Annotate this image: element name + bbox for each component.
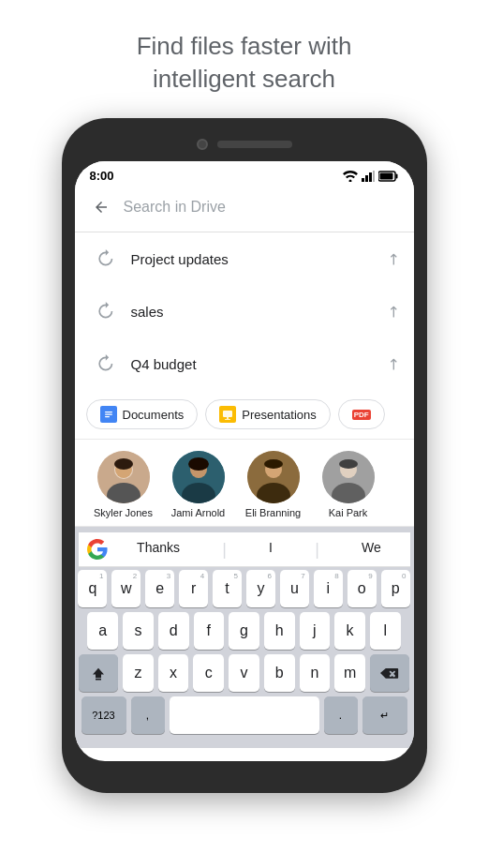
avatar-skyler	[97, 451, 150, 503]
svg-rect-3	[369, 172, 372, 182]
key-x[interactable]: x	[158, 654, 189, 692]
svg-point-32	[339, 459, 358, 469]
phone-top-bar	[75, 131, 414, 157]
page-header: Find files faster with intelligent searc…	[0, 0, 488, 118]
chip-pdf[interactable]: PDF	[338, 399, 385, 429]
svg-rect-13	[223, 411, 232, 417]
symbols-key[interactable]: ?123	[81, 696, 126, 734]
svg-rect-14	[227, 417, 229, 419]
keyboard: Thanks | I | We 1q 2w 3e 4r 5t 6y 7u	[75, 527, 414, 748]
person-name-kai: Kai Park	[329, 507, 368, 518]
phone-screen: 8:00	[75, 161, 414, 761]
svg-rect-2	[365, 175, 368, 182]
key-u[interactable]: 7u	[280, 570, 309, 607]
svg-point-28	[264, 459, 283, 469]
keyboard-row-1: 1q 2w 3e 4r 5t 6y 7u 8i 9o 0p	[79, 570, 410, 607]
svg-rect-1	[362, 178, 364, 182]
key-q[interactable]: 1q	[78, 570, 107, 607]
key-a[interactable]: a	[87, 612, 118, 650]
key-e[interactable]: 3e	[145, 570, 174, 607]
comma-key[interactable]: ,	[131, 696, 165, 734]
history-icon-1	[90, 244, 120, 274]
chip-presentations[interactable]: Presentations	[205, 399, 331, 429]
key-r[interactable]: 4r	[179, 570, 208, 607]
search-bar[interactable]: Search in Drive	[75, 187, 414, 232]
status-icons	[343, 171, 399, 182]
status-time: 8:00	[90, 169, 114, 183]
key-m[interactable]: m	[334, 654, 365, 692]
key-y[interactable]: 6y	[246, 570, 275, 607]
person-name-skyler: Skyler Jones	[94, 507, 153, 518]
key-i[interactable]: 8i	[314, 570, 343, 607]
key-z[interactable]: z	[123, 654, 154, 692]
suggestion-project-updates[interactable]: Project updates ↗	[75, 232, 414, 285]
keyboard-suggestion-2[interactable]: I	[269, 540, 273, 560]
chip-presentations-label: Presentations	[242, 408, 317, 422]
key-c[interactable]: c	[193, 654, 224, 692]
avatar-eli	[247, 451, 300, 503]
keyboard-suggestion-3[interactable]: We	[362, 540, 381, 560]
return-key[interactable]: ↵	[362, 696, 407, 734]
header-line1: Find files faster with	[137, 32, 352, 60]
docs-icon	[100, 406, 117, 423]
keyboard-row-2: a s d f g h j k l	[79, 612, 410, 650]
key-f[interactable]: f	[194, 612, 225, 650]
suggestion-text-3: Q4 budget	[131, 356, 387, 372]
space-key[interactable]	[170, 696, 319, 734]
google-logo	[86, 538, 109, 561]
phone-mockup: 8:00	[0, 118, 488, 793]
header-line2: intelligent search	[153, 65, 335, 93]
back-button[interactable]	[86, 192, 116, 222]
key-b[interactable]: b	[264, 654, 295, 692]
signal-icon	[362, 171, 375, 182]
svg-point-20	[114, 458, 133, 470]
suggestion-sales[interactable]: sales ↗	[75, 285, 414, 337]
key-v[interactable]: v	[229, 654, 259, 692]
key-w[interactable]: 2w	[111, 570, 140, 607]
key-n[interactable]: n	[300, 654, 331, 692]
keyboard-suggestion-1[interactable]: Thanks	[137, 540, 180, 560]
suggestion-text-2: sales	[131, 304, 387, 320]
svg-rect-33	[96, 679, 101, 681]
svg-rect-10	[105, 414, 112, 415]
svg-rect-6	[395, 173, 397, 178]
chip-documents[interactable]: Documents	[86, 399, 199, 429]
suggestion-q4-budget[interactable]: Q4 budget ↗	[75, 337, 414, 390]
key-g[interactable]: g	[229, 612, 259, 650]
key-h[interactable]: h	[264, 612, 295, 650]
history-icon-2	[90, 296, 120, 326]
key-d[interactable]: d	[158, 612, 189, 650]
search-input[interactable]: Search in Drive	[116, 199, 403, 216]
phone-body: 8:00	[62, 118, 427, 793]
period-key[interactable]: .	[324, 696, 358, 734]
search-suggestions: Project updates ↗ sales ↗	[75, 232, 414, 390]
person-name-eli: Eli Branning	[245, 507, 301, 518]
delete-key[interactable]	[370, 654, 410, 692]
svg-rect-4	[373, 171, 375, 182]
keyboard-row-4: ?123 , . ↵	[79, 696, 410, 734]
chip-docs-label: Documents	[123, 408, 185, 422]
history-icon-3	[90, 349, 120, 379]
key-j[interactable]: j	[300, 612, 331, 650]
svg-point-0	[348, 179, 351, 182]
key-k[interactable]: k	[334, 612, 365, 650]
person-kai[interactable]: Kai Park	[315, 451, 382, 518]
status-bar: 8:00	[75, 161, 414, 187]
person-jami[interactable]: Jami Arnold	[165, 451, 232, 518]
key-t[interactable]: 5t	[213, 570, 242, 607]
person-eli[interactable]: Eli Branning	[240, 451, 307, 518]
svg-rect-7	[379, 172, 392, 179]
suggestion-text-1: Project updates	[131, 251, 387, 267]
key-s[interactable]: s	[123, 612, 154, 650]
key-l[interactable]: l	[370, 612, 401, 650]
people-row: Skyler Jones Jami Arnold	[75, 440, 414, 527]
person-skyler[interactable]: Skyler Jones	[90, 451, 157, 518]
camera	[197, 139, 208, 150]
key-o[interactable]: 9o	[348, 570, 377, 607]
svg-point-24	[188, 457, 209, 471]
speaker	[217, 141, 292, 148]
key-p[interactable]: 0p	[381, 570, 410, 607]
shift-key[interactable]	[79, 654, 119, 692]
avatar-jami	[172, 451, 225, 503]
wifi-icon	[343, 171, 358, 182]
